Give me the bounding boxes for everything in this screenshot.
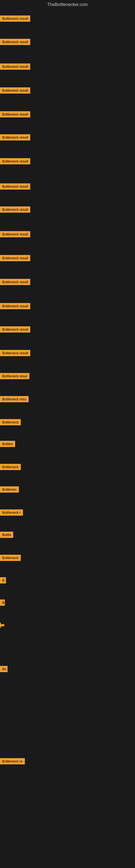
bottleneck-badge: Bottleneck result <box>0 16 30 22</box>
bottleneck-badge: Bottleneck result <box>0 279 30 285</box>
bottleneck-badge: B <box>0 599 5 606</box>
bottleneck-badge: Bottlenec <box>0 486 19 493</box>
bottleneck-result-item[interactable]: Bottleneck result <box>0 255 30 262</box>
bottleneck-result-item[interactable]: Bottleneck result <box>0 111 30 119</box>
bottleneck-badge: Bottleneck result <box>0 39 30 45</box>
bottleneck-result-item[interactable]: Bo <box>0 666 8 673</box>
bottleneck-result-item[interactable]: Bottleneck result <box>0 134 30 142</box>
bottleneck-result-item[interactable]: Bottleneck re <box>0 758 25 766</box>
bottleneck-result-item[interactable]: Bottleneck <box>0 555 21 562</box>
bottleneck-result-item[interactable]: Bottleneck result <box>0 158 30 165</box>
bottleneck-result-item[interactable]: Bottleneck r <box>0 509 23 517</box>
bottleneck-result-item[interactable]: Bottleneck resu <box>0 396 29 403</box>
bottleneck-badge: Bottleneck r <box>0 509 23 516</box>
bottleneck-result-item[interactable]: Bottleneck result <box>0 231 30 239</box>
bottleneck-badge: Bottleneck resu <box>0 396 29 402</box>
bottleneck-badge: Bottleneck result <box>0 183 30 190</box>
bottleneck-badge: B <box>0 577 6 584</box>
thin-bar-indicator <box>0 622 1 628</box>
bottleneck-badge: Bottleneck re <box>0 758 25 764</box>
bottleneck-result-item[interactable]: Bottleneck result <box>0 350 30 357</box>
bottleneck-badge: Bottleneck resul <box>0 373 30 379</box>
bottleneck-badge: Bottleneck result <box>0 303 30 309</box>
bottleneck-badge: Bottleneck result <box>0 87 30 94</box>
bottleneck-result-item[interactable]: Bottleneck result <box>0 303 30 310</box>
bottleneck-badge: Bottleneck <box>0 419 21 425</box>
bottleneck-badge: Bottleneck result <box>0 158 30 164</box>
bottleneck-result-item[interactable]: Bottleneck result <box>0 63 30 71</box>
bottleneck-result-item[interactable]: B <box>0 577 6 585</box>
bottleneck-badge: Bottleneck result <box>0 326 30 333</box>
bottleneck-result-item[interactable]: Bottleneck result <box>0 207 30 214</box>
bottleneck-badge: Bottleneck <box>0 555 21 561</box>
bottleneck-result-item[interactable]: B <box>0 599 5 607</box>
bottleneck-badge: Bo <box>0 666 8 672</box>
bottleneck-result-item[interactable]: Bottleneck result <box>0 16 30 23</box>
bottleneck-badge: Bottleneck result <box>0 134 30 141</box>
bottleneck-badge: Bottleneck result <box>0 207 30 213</box>
bottleneck-badge: Bottleneck result <box>0 255 30 261</box>
bottleneck-badge: Bottleneck result <box>0 350 30 356</box>
bottleneck-result-item[interactable]: Bottleneck <box>0 419 21 426</box>
bottleneck-result-item[interactable]: Bottleneck result <box>0 183 30 191</box>
bottleneck-badge: Bottleneck result <box>0 63 30 70</box>
bottleneck-badge: Bottle <box>0 532 13 538</box>
bottleneck-result-item[interactable]: Bottleneck result <box>0 326 30 334</box>
bottleneck-result-item[interactable]: Bottle <box>0 532 13 539</box>
bottleneck-result-item[interactable]: Bottleneck result <box>0 279 30 286</box>
bottleneck-result-item[interactable]: Bottleneck result <box>0 87 30 95</box>
bottleneck-result-item[interactable]: Bottleneck resul <box>0 373 30 380</box>
bottleneck-badge: Bottlen <box>0 441 15 447</box>
bottleneck-badge: Bottleneck result <box>0 231 30 237</box>
bottleneck-result-item[interactable]: Bottlenec <box>0 486 19 494</box>
bottleneck-result-item[interactable]: Bottleneck result <box>0 39 30 46</box>
bottleneck-badge: Bottleneck result <box>0 111 30 118</box>
bottleneck-result-item[interactable]: Bottlen <box>0 441 15 448</box>
site-title: TheBottlenecker.com <box>0 0 135 9</box>
bottleneck-result-item[interactable]: Bottleneck <box>0 464 21 471</box>
bottleneck-badge: Bottleneck <box>0 464 21 470</box>
